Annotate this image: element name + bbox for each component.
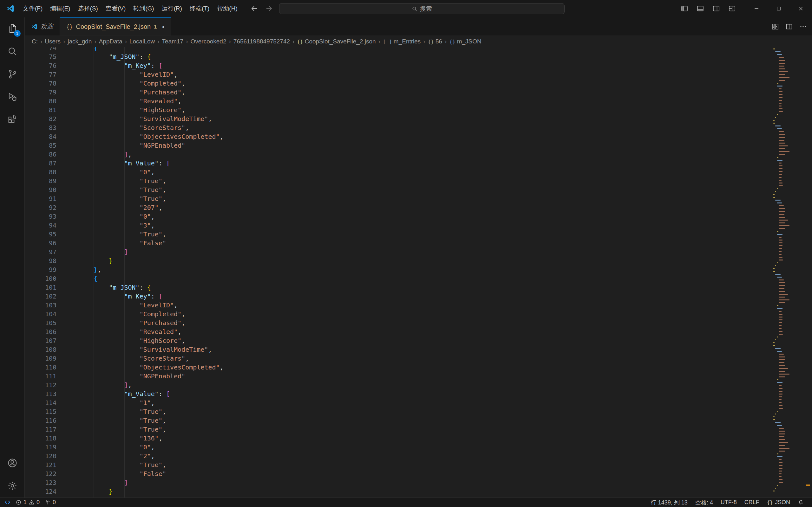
remote-indicator[interactable] [4,498,13,507]
code-line[interactable]: 113 "m_Value": [ [25,389,771,398]
code-line[interactable]: 108 "SurvivalModeTime", [25,345,771,354]
tab-dirty-indicator[interactable]: ● [162,24,165,29]
breadcrumb-item[interactable]: jack_gdn [67,38,92,45]
notifications-bell[interactable] [794,499,808,505]
settings-gear-icon[interactable] [3,476,21,495]
code-line[interactable]: 80 "Revealed", [25,97,771,106]
extensions-icon[interactable] [3,111,21,129]
more-actions-icon[interactable] [799,23,807,31]
menu-item[interactable]: 终端(T) [186,3,213,14]
breadcrumb-item[interactable]: {}56 [427,38,443,45]
breadcrumb-item[interactable]: {}CoopSlot_SaveFile_2.json [296,38,376,45]
code-line[interactable]: 119 "0", [25,443,771,452]
breadcrumb-item[interactable]: {}m_JSON [449,38,482,45]
code-line[interactable]: 118 "136", [25,434,771,443]
code-lines[interactable]: 74 {75 "m_JSON": {76 "m_Key": [77 "Level… [25,47,771,496]
code-line[interactable]: 84 "ObjectivesCompleted", [25,132,771,141]
code-line[interactable]: 81 "HighScore", [25,106,771,114]
code-line[interactable]: 82 "SurvivalModeTime", [25,114,771,123]
menu-item[interactable]: 编辑(E) [46,3,74,14]
breadcrumb-item[interactable]: AppData [98,38,123,45]
run-and-debug-icon[interactable] [3,88,21,106]
code-line[interactable]: 91 "True", [25,194,771,203]
code-line[interactable]: 96 "False" [25,239,771,247]
language-mode[interactable]: {} JSON [763,499,794,506]
code-line[interactable]: 106 "Revealed", [25,327,771,336]
split-editor-icon[interactable] [785,23,793,31]
code-line[interactable]: 97 ] [25,247,771,257]
code-line[interactable]: 122 "False" [25,469,771,478]
navigate-forward-icon[interactable] [265,5,273,12]
toggle-secondary-sidebar-icon[interactable] [712,5,720,12]
breadcrumb-item[interactable]: [ ]m_Entries [382,38,421,45]
code-line[interactable]: 103 "LevelID", [25,301,771,309]
code-line[interactable]: 120 "2", [25,452,771,460]
search-view-icon[interactable] [3,42,21,60]
code-line[interactable]: 90 "True", [25,185,771,194]
code-line[interactable]: 101 "m_JSON": { [25,283,771,292]
breadcrumb-item[interactable]: 76561198849752742 [233,38,291,45]
code-line[interactable]: 114 "1", [25,398,771,407]
tab-welcome[interactable]: 欢迎 [25,17,60,36]
menu-item[interactable]: 选择(S) [74,3,102,14]
code-line[interactable]: 75 "m_JSON": { [25,52,771,61]
navigate-back-icon[interactable] [251,5,258,12]
code-line[interactable]: 88 "0", [25,168,771,176]
source-control-icon[interactable] [3,65,21,83]
code-line[interactable]: 99 }, [25,265,771,274]
open-changes-icon[interactable] [771,23,779,31]
breadcrumb-item[interactable]: Team17 [161,38,184,45]
code-line[interactable]: 87 "m_Value": [ [25,159,771,168]
menu-item[interactable]: 查看(V) [102,3,130,14]
code-line[interactable]: 86 ], [25,150,771,159]
accounts-icon[interactable] [3,454,21,472]
code-line[interactable]: 111 "NGPEnabled" [25,372,771,381]
code-line[interactable]: 123 ] [25,478,771,487]
eol-setting[interactable]: CRLF [741,499,763,506]
code-line[interactable]: 124 } [25,487,771,496]
command-center-search[interactable]: 搜索 [279,3,565,14]
menu-item[interactable]: 帮助(H) [213,3,241,14]
code-line[interactable]: 105 "Purchased", [25,319,771,327]
window-maximize-button[interactable] [768,0,790,17]
code-line[interactable]: 76 "m_Key": [ [25,61,771,70]
code-line[interactable]: 74 { [25,47,771,52]
code-line[interactable]: 112 ], [25,381,771,389]
minimap[interactable] [771,49,792,498]
window-minimize-button[interactable] [745,0,768,17]
code-line[interactable]: 78 "Completed", [25,79,771,88]
code-line[interactable]: 115 "True", [25,407,771,416]
code-line[interactable]: 93 "0", [25,212,771,221]
code-line[interactable]: 79 "Purchased", [25,88,771,97]
indentation-setting[interactable]: 空格: 4 [692,499,717,506]
overview-ruler[interactable] [792,47,812,498]
code-line[interactable]: 92 "207", [25,203,771,212]
breadcrumb-item[interactable]: LocalLow [129,38,155,45]
breadcrumb-item[interactable]: C: [31,38,38,45]
cursor-position[interactable]: 行 1439, 列 13 [647,499,692,506]
code-line[interactable]: 85 "NGPEnabled" [25,141,771,150]
code-line[interactable]: 77 "LevelID", [25,70,771,79]
code-line[interactable]: 98 } [25,257,771,265]
code-line[interactable]: 117 "True", [25,425,771,434]
problems-indicator[interactable]: 1 0 [13,498,42,507]
code-line[interactable]: 95 "True", [25,230,771,239]
breadcrumb-item[interactable]: Overcooked2 [190,38,227,45]
editor-pane[interactable]: 74 {75 "m_JSON": {76 "m_Key": [77 "Level… [25,47,812,498]
menu-item[interactable]: 运行(R) [158,3,186,14]
code-line[interactable]: 83 "ScoreStars", [25,123,771,132]
menu-item[interactable]: 文件(F) [19,3,46,14]
code-line[interactable]: 110 "ObjectivesCompleted", [25,363,771,372]
toggle-panel-icon[interactable] [697,5,704,12]
code-line[interactable]: 121 "True", [25,460,771,469]
code-line[interactable]: 102 "m_Key": [ [25,292,771,301]
code-line[interactable]: 107 "HighScore", [25,336,771,345]
code-line[interactable]: 100 { [25,274,771,283]
ports-indicator[interactable]: 0 [42,498,58,507]
tab-coopslot-savefile[interactable]: {} CoopSlot_SaveFile_2.json 1 ● [60,17,171,36]
window-close-button[interactable] [790,0,812,17]
breadcrumb-item[interactable]: Users [44,38,61,45]
code-line[interactable]: 116 "True", [25,416,771,425]
encoding-setting[interactable]: UTF-8 [717,499,741,506]
menu-item[interactable]: 转到(G) [130,3,158,14]
